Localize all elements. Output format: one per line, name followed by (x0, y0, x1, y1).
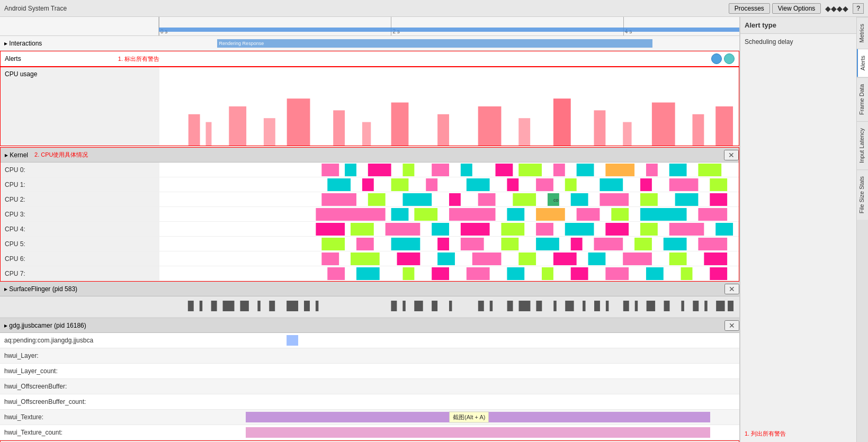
tick-4s: 4 s (623, 17, 632, 35)
timeline-labels-col (0, 17, 159, 35)
interactions-row: ▸ Interactions Rendering Response (0, 36, 739, 51)
svg-rect-68 (351, 223, 374, 236)
svg-rect-57 (316, 208, 385, 221)
alerts-circle-1[interactable] (711, 53, 722, 64)
svg-rect-142 (664, 301, 670, 311)
svg-rect-77 (669, 223, 704, 236)
timeline-header: 0 s 2 s 4 s (0, 17, 739, 36)
svg-rect-72 (501, 223, 524, 236)
surfaceflinger-content-label (0, 296, 159, 317)
svg-rect-90 (698, 238, 727, 250)
hwui-layer-label: hwui_Layer: (0, 352, 159, 359)
cpu-1-label: CPU 1: (1, 181, 159, 188)
cpu-row-2: CPU 2: (1, 192, 739, 207)
svg-rect-28 (605, 164, 634, 176)
hwui-texture-bar (246, 412, 710, 422)
cpu-row-7: CPU 7: (1, 266, 739, 281)
svg-rect-74 (565, 223, 594, 236)
surfaceflinger-close-button[interactable]: ✕ (724, 284, 739, 294)
svg-rect-114 (188, 301, 194, 311)
svg-rect-27 (577, 164, 594, 176)
svg-rect-1 (189, 114, 200, 146)
hwui-texture-content: 截图(Alt + A) (159, 410, 739, 425)
svg-rect-127 (432, 301, 437, 311)
svg-rect-124 (391, 301, 397, 311)
tab-frame-data[interactable]: Frame Data (857, 77, 868, 121)
side-tabs: Metrics Alerts Frame Data Input Latency … (856, 17, 868, 442)
svg-rect-131 (507, 301, 513, 311)
svg-rect-122 (304, 301, 310, 311)
svg-rect-33 (362, 178, 374, 191)
processes-button[interactable]: Processes (729, 3, 770, 14)
svg-rect-3 (229, 106, 246, 146)
svg-rect-110 (605, 267, 629, 280)
svg-rect-121 (287, 301, 298, 311)
help-button[interactable]: ? (853, 3, 864, 14)
tab-alerts[interactable]: Alerts (857, 49, 868, 77)
right-panel-annotation-area: 1. 列出所有警告 (740, 426, 856, 442)
hwui-layer-count-content (159, 364, 739, 378)
gdg-close-button[interactable]: ✕ (724, 320, 739, 331)
svg-rect-133 (536, 301, 542, 311)
svg-rect-64 (611, 208, 629, 221)
kernel-close-button[interactable]: ✕ (724, 150, 739, 160)
svg-rect-18 (321, 164, 339, 176)
svg-rect-130 (490, 301, 493, 311)
svg-rect-140 (635, 301, 638, 311)
svg-rect-107 (507, 267, 524, 280)
svg-rect-138 (606, 301, 609, 311)
svg-rect-83 (461, 238, 484, 250)
svg-rect-79 (321, 238, 345, 250)
tick-2s: 2 s (391, 17, 399, 35)
svg-rect-123 (316, 301, 318, 311)
svg-rect-102 (327, 267, 345, 280)
kernel-section: ▸ Kernel 2. CPU使用具体情况 ✕ CPU 0: (0, 147, 739, 282)
hwui-texture-count-content (159, 425, 739, 440)
cpu-row-5: CPU 5: (1, 237, 739, 251)
cpu-row-0: CPU 0: (1, 163, 739, 177)
surfaceflinger-content-area (159, 296, 739, 317)
svg-rect-2 (206, 122, 212, 146)
gdg-header: ▸ gdg.jjusbcamer (pid 16186) ✕ (0, 318, 739, 333)
svg-rect-43 (710, 178, 727, 191)
svg-rect-66 (698, 208, 727, 221)
svg-rect-58 (391, 208, 409, 221)
svg-rect-36 (467, 178, 490, 191)
timeline-scrubber[interactable] (159, 28, 739, 32)
tick-0s: 0 s (159, 17, 167, 35)
svg-rect-141 (647, 301, 655, 311)
tab-metrics[interactable]: Metrics (857, 17, 868, 49)
hwui-offscreen-label: hwui_OffscreenBuffer: (0, 383, 159, 390)
hwui-offscreen-count-label: hwui_OffscreenBuffer_count: (0, 398, 159, 405)
svg-rect-12 (553, 98, 571, 146)
svg-rect-32 (327, 178, 351, 191)
svg-rect-47 (449, 193, 461, 206)
trace-panel: 0 s 2 s 4 s ▸ Interactions (0, 17, 740, 442)
kernel-header-left: ▸ Kernel 2. CPU使用具体情况 (1, 151, 88, 159)
kernel-annotation: 2. CPU使用具体情况 (30, 151, 88, 159)
alerts-circle-2[interactable] (724, 53, 735, 64)
svg-rect-82 (437, 238, 449, 250)
svg-rect-25 (518, 164, 542, 176)
svg-rect-96 (518, 252, 536, 265)
trace-row-hwui-offscreen-count: hwui_OffscreenBuffer_count: (0, 394, 739, 410)
svg-rect-148 (287, 335, 298, 346)
svg-rect-15 (652, 103, 675, 146)
tab-file-size-stats[interactable]: File Size Stats (857, 169, 868, 220)
alerts-label: Alerts 1. 标出所有警告 (1, 55, 159, 63)
interactions-content: Rendering Response (159, 36, 739, 50)
surfaceflinger-header-left: ▸ SurfaceFlinger (pid 583) (0, 285, 77, 293)
svg-rect-13 (594, 110, 606, 146)
svg-rect-108 (542, 267, 553, 280)
svg-rect-117 (223, 301, 235, 311)
cpu-row-4: CPU 4: (1, 222, 739, 237)
view-options-button[interactable]: View Options (772, 3, 821, 14)
tab-input-latency[interactable]: Input Latency (857, 121, 868, 169)
svg-rect-45 (368, 193, 386, 206)
svg-rect-89 (664, 238, 687, 250)
trace-scroll[interactable]: ▸ Interactions Rendering Response Alerts… (0, 36, 739, 442)
svg-rect-126 (414, 301, 423, 311)
svg-rect-19 (345, 164, 356, 176)
cpu-row-3: CPU 3: (1, 207, 739, 222)
svg-rect-99 (623, 252, 652, 265)
